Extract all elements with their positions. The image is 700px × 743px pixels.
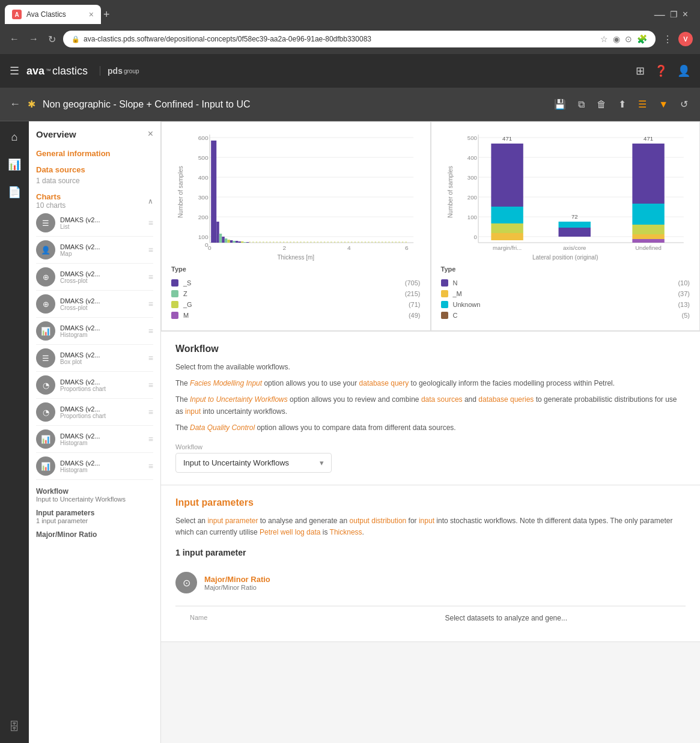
extensions-icon[interactable]: 🧩 xyxy=(637,34,647,44)
chart-list-item[interactable]: 👤 DMAKS (v2... Map ≡ xyxy=(36,237,153,264)
drag-handle-icon[interactable]: ≡ xyxy=(148,461,153,471)
chart-list-item[interactable]: ⊕ DMAKS (v2... Cross-plot ≡ xyxy=(36,291,153,318)
chart-item-icon: 📊 xyxy=(36,456,55,476)
general-info-link[interactable]: General information xyxy=(36,149,153,158)
overview-close-button[interactable]: × xyxy=(148,129,153,139)
url-bar[interactable]: 🔒 ava-clastics.pds.software/depositional… xyxy=(63,31,656,47)
drag-handle-icon[interactable]: ≡ xyxy=(148,407,153,417)
svg-rect-55 xyxy=(632,144,664,204)
drag-handle-icon[interactable]: ≡ xyxy=(148,272,153,282)
back-button[interactable]: ← xyxy=(10,98,20,111)
chart-list-item[interactable]: 📊 DMAKS (v2... Histogram ≡ xyxy=(36,318,153,345)
svg-text:2: 2 xyxy=(282,245,286,251)
workflow-dropdown-arrow: ▾ xyxy=(320,458,324,467)
workflow-select[interactable]: Input to Uncertainty Workflows ▾ xyxy=(175,453,332,473)
chart-list-item[interactable]: 📊 DMAKS (v2... Histogram ≡ xyxy=(36,426,153,453)
delete-button[interactable]: 🗑 xyxy=(594,97,609,112)
drag-handle-icon[interactable]: ≡ xyxy=(148,434,153,444)
input-uncertainty-link: Input to Uncertainty Workflows xyxy=(190,395,288,404)
chart-list-item[interactable]: ☰ DMAKS (v2... Box plot ≡ xyxy=(36,345,153,372)
new-tab-button[interactable]: + xyxy=(103,8,110,21)
chart-item-icon: ⊕ xyxy=(36,267,55,287)
page-header: ← ✱ Non geographic - Slope + Confined - … xyxy=(0,88,700,121)
export-button[interactable]: ⬆ xyxy=(616,96,628,112)
chart-item-icon: ◔ xyxy=(36,375,55,395)
svg-rect-24 xyxy=(238,241,241,243)
svg-text:4: 4 xyxy=(347,245,351,251)
chart-item-icon: 📊 xyxy=(36,429,55,449)
charts-label[interactable]: Charts xyxy=(36,192,65,201)
pds-logo: pds group xyxy=(100,66,139,76)
grid-icon[interactable]: ⊞ xyxy=(636,64,645,77)
chart2-svg-area: 500 400 300 200 100 0 xyxy=(459,132,690,252)
home-icon[interactable]: ⌂ xyxy=(9,129,20,146)
chart-item-icon: ☰ xyxy=(36,213,55,232)
chart-item-info: DMAKS (v2... Proportions chart xyxy=(60,378,144,392)
hamburger-menu[interactable]: ☰ xyxy=(10,64,19,77)
chart1-legend: _S(705) Z(215) _G(71) M(49) xyxy=(171,277,421,321)
chart-list-item[interactable]: 📊 DMAKS (v2... Histogram ≡ xyxy=(36,453,153,480)
svg-rect-15 xyxy=(211,141,216,243)
bookmark-star-icon[interactable]: ☆ xyxy=(600,34,608,44)
close-button[interactable]: × xyxy=(683,9,688,20)
svg-rect-53 xyxy=(558,222,590,228)
chart-item-name: DMAKS (v2... xyxy=(60,216,144,223)
chart1-x-label: Thickness [m] xyxy=(171,254,421,261)
charts-chevron-icon[interactable]: ∧ xyxy=(148,197,153,205)
drag-handle-icon[interactable]: ≡ xyxy=(148,218,153,228)
svg-text:200: 200 xyxy=(467,195,476,201)
drag-handle-icon[interactable]: ≡ xyxy=(148,353,153,363)
chart-item-icon: ☰ xyxy=(36,348,55,368)
back-nav-button[interactable]: ← xyxy=(7,31,22,47)
reload-button[interactable]: ↻ xyxy=(46,31,58,47)
chart-item-name: DMAKS (v2... xyxy=(60,270,144,277)
extension-icon[interactable]: ◉ xyxy=(613,34,620,44)
tab-bar: A Ava Clastics × + — ❐ × xyxy=(0,0,700,24)
tab-close-button[interactable]: × xyxy=(89,10,94,19)
copy-button[interactable]: ⧉ xyxy=(576,97,587,112)
drag-handle-icon[interactable]: ≡ xyxy=(148,326,153,336)
svg-text:6: 6 xyxy=(405,245,409,251)
chart-item-type: Proportions chart xyxy=(60,386,144,392)
extension2-icon[interactable]: ⊙ xyxy=(625,34,632,44)
filter-button[interactable]: ▼ xyxy=(656,97,671,112)
user-icon[interactable]: 👤 xyxy=(677,64,690,77)
svg-rect-21 xyxy=(230,240,233,243)
svg-text:300: 300 xyxy=(467,175,476,181)
svg-text:100: 100 xyxy=(467,214,476,220)
pds-text: pds xyxy=(108,66,123,76)
chart-list-item[interactable]: ☰ DMAKS (v2... List ≡ xyxy=(36,210,153,237)
svg-rect-48 xyxy=(491,207,523,223)
database-icon[interactable]: 🗄 xyxy=(7,718,22,736)
drag-handle-icon[interactable]: ≡ xyxy=(148,299,153,309)
list-view-button[interactable]: ☰ xyxy=(636,96,649,112)
extensions-button[interactable]: ⋮ xyxy=(663,34,672,45)
help-icon[interactable]: ❓ xyxy=(654,64,668,77)
chart1-svg-area: 600 500 400 300 200 100 0 xyxy=(189,132,421,252)
chart-list-item[interactable]: ◔ DMAKS (v2... Proportions chart ≡ xyxy=(36,399,153,426)
forward-nav-button[interactable]: → xyxy=(26,31,41,47)
pds-group-text: group xyxy=(124,68,139,74)
restore-button[interactable]: ❐ xyxy=(670,10,678,19)
profile-avatar[interactable]: V xyxy=(678,32,693,46)
drag-handle-icon[interactable]: ≡ xyxy=(148,380,153,390)
browser-tab[interactable]: A Ava Clastics × xyxy=(5,5,101,24)
svg-rect-16 xyxy=(216,222,219,243)
param-info: Major/Minor Ratio Major/Minor Ratio xyxy=(204,575,270,591)
workflow-card: Workflow Select from the available workf… xyxy=(161,332,700,485)
document-icon[interactable]: 📄 xyxy=(5,183,23,201)
save-button[interactable]: 💾 xyxy=(552,96,568,112)
chart-icon[interactable]: 📊 xyxy=(5,156,23,174)
svg-text:0: 0 xyxy=(473,234,476,240)
chart-list-item[interactable]: ◔ DMAKS (v2... Proportions chart ≡ xyxy=(36,372,153,399)
data-sources-link[interactable]: Data sources xyxy=(36,165,153,174)
svg-rect-23 xyxy=(236,241,239,243)
param-count: 1 input parameter xyxy=(175,548,686,557)
workflow-summary-label: Workflow xyxy=(36,487,153,496)
chart-item-info: DMAKS (v2... Histogram xyxy=(60,324,144,338)
minimize-button[interactable]: — xyxy=(654,8,665,21)
chart2-type-label: Type xyxy=(441,265,690,273)
history-button[interactable]: ↺ xyxy=(678,96,690,112)
chart-list-item[interactable]: ⊕ DMAKS (v2... Cross-plot ≡ xyxy=(36,264,153,291)
drag-handle-icon[interactable]: ≡ xyxy=(148,245,153,255)
